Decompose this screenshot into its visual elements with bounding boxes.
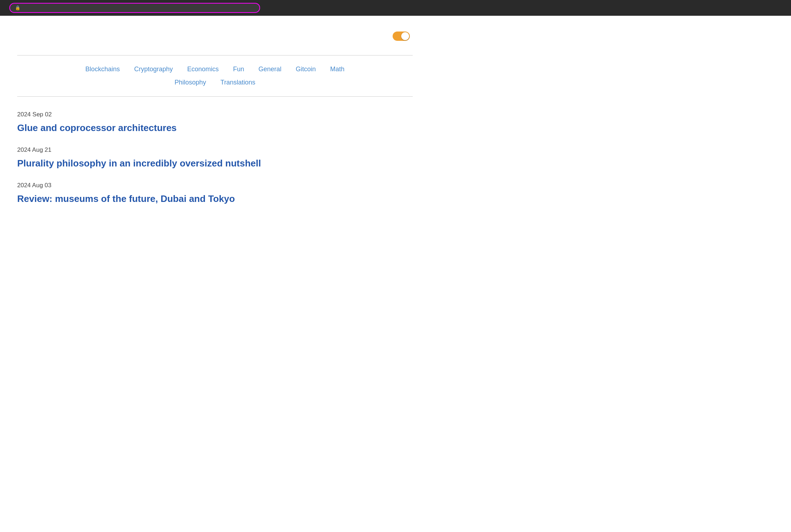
article-date-2: 2024 Aug 03 (17, 182, 413, 189)
category-nav: BlockchainsCryptographyEconomicsFunGener… (17, 66, 413, 86)
browser-chrome: 🔒 (0, 0, 791, 16)
articles-section: 2024 Sep 02Glue and coprocessor architec… (17, 111, 413, 204)
nav-link-economics[interactable]: Economics (187, 66, 219, 73)
nav-link-fun[interactable]: Fun (233, 66, 244, 73)
nav-row-2: PhilosophyTranslations (17, 79, 413, 86)
nav-link-cryptography[interactable]: Cryptography (134, 66, 173, 73)
article-date-1: 2024 Aug 21 (17, 146, 413, 154)
theme-toggle[interactable] (393, 32, 410, 41)
article-date-0: 2024 Sep 02 (17, 111, 413, 118)
theme-controls (390, 32, 413, 41)
address-bar[interactable]: 🔒 (9, 3, 260, 13)
nav-link-blockchains[interactable]: Blockchains (85, 66, 120, 73)
top-divider (17, 55, 413, 55)
nav-link-math[interactable]: Math (330, 66, 345, 73)
header-row (17, 29, 413, 41)
nav-link-philosophy[interactable]: Philosophy (174, 79, 206, 86)
page-content: BlockchainsCryptographyEconomicsFunGener… (0, 16, 430, 230)
nav-link-translations[interactable]: Translations (220, 79, 255, 86)
bottom-divider (17, 96, 413, 97)
article-title-1[interactable]: Plurality philosophy in an incredibly ov… (17, 158, 413, 169)
nav-link-general[interactable]: General (259, 66, 282, 73)
article-title-0[interactable]: Glue and coprocessor architectures (17, 122, 413, 134)
lock-icon: 🔒 (15, 5, 20, 10)
article-title-2[interactable]: Review: museums of the future, Dubai and… (17, 193, 413, 204)
nav-link-gitcoin[interactable]: Gitcoin (296, 66, 316, 73)
nav-row-1: BlockchainsCryptographyEconomicsFunGener… (17, 66, 413, 73)
